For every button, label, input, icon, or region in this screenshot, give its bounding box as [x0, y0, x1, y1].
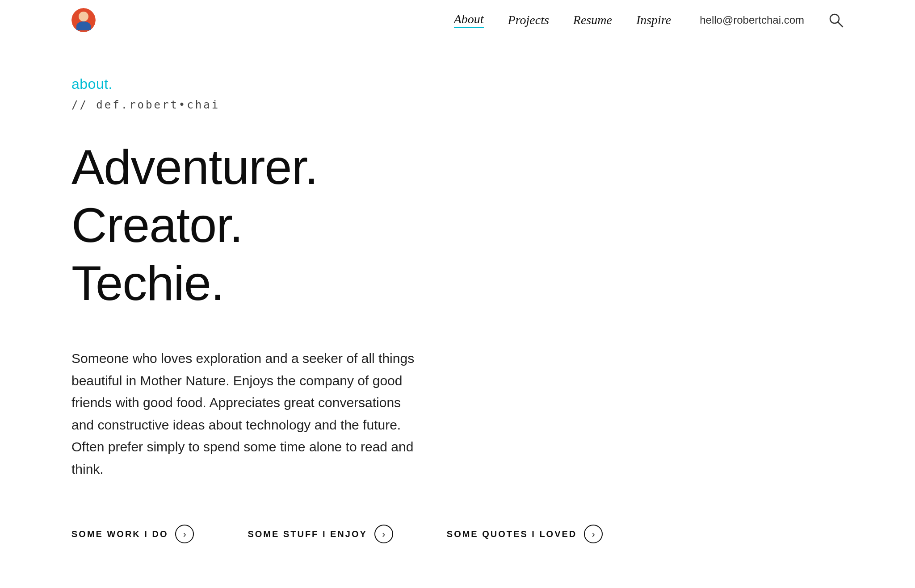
- page-label: about.: [71, 76, 844, 92]
- work-arrow-circle: ›: [175, 525, 194, 543]
- stuff-link[interactable]: SOME STUFF I ENJOY ›: [248, 525, 393, 543]
- svg-line-1: [838, 22, 843, 27]
- bio-text: Someone who loves exploration and a seek…: [71, 347, 420, 480]
- quotes-link[interactable]: SOME QUOTES I LOVED ›: [447, 525, 603, 543]
- nav-inspire[interactable]: Inspire: [636, 13, 671, 27]
- nav-about[interactable]: About: [454, 12, 484, 28]
- search-icon: [828, 13, 844, 28]
- quotes-link-label: SOME QUOTES I LOVED: [447, 529, 577, 539]
- nav-resume[interactable]: Resume: [573, 13, 612, 27]
- def-line: // def.robert•chai: [71, 99, 844, 111]
- search-button[interactable]: [828, 13, 844, 28]
- site-header: About Projects Resume Inspire hello@robe…: [0, 0, 915, 40]
- hero-line-2: Creator.: [71, 197, 243, 252]
- main-content: about. // def.robert•chai Adventurer. Cr…: [0, 40, 915, 588]
- quotes-arrow-icon: ›: [592, 530, 595, 538]
- stuff-arrow-circle: ›: [374, 525, 393, 543]
- quotes-arrow-circle: ›: [584, 525, 603, 543]
- nav-projects[interactable]: Projects: [508, 13, 549, 27]
- hero-line-3: Techie.: [71, 255, 224, 310]
- stuff-arrow-icon: ›: [382, 530, 385, 538]
- work-link[interactable]: SOME WORK I DO ›: [71, 525, 194, 543]
- nav-email: hello@robertchai.com: [700, 14, 804, 26]
- work-arrow-icon: ›: [183, 530, 186, 538]
- hero-line-1: Adventurer.: [71, 139, 318, 194]
- hero-heading: Adventurer. Creator. Techie.: [71, 138, 844, 312]
- bottom-links: SOME WORK I DO › SOME STUFF I ENJOY › SO…: [71, 525, 844, 543]
- stuff-link-label: SOME STUFF I ENJOY: [248, 529, 367, 539]
- main-nav: About Projects Resume Inspire hello@robe…: [454, 12, 844, 28]
- svg-point-0: [830, 14, 839, 23]
- work-link-label: SOME WORK I DO: [71, 529, 168, 539]
- avatar[interactable]: [71, 8, 96, 32]
